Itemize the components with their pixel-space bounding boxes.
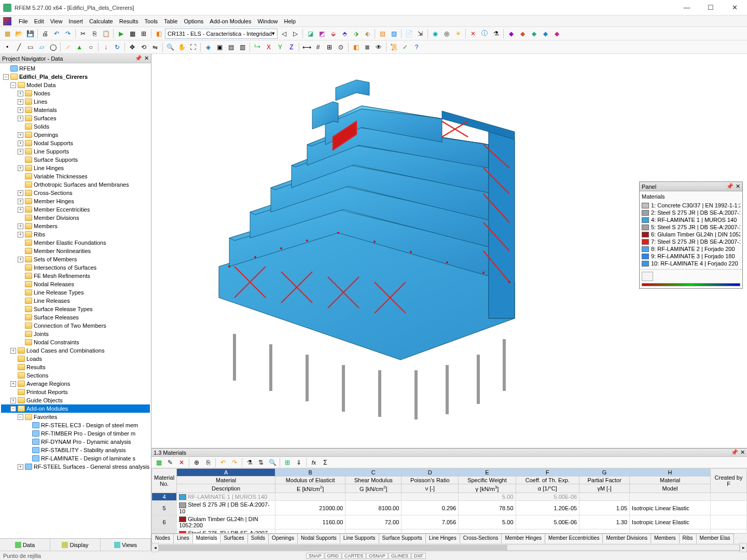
menu-window[interactable]: Window <box>254 17 281 25</box>
bpt-new-icon[interactable]: ▦ <box>154 457 164 468</box>
tree-member-elastic-foundations[interactable]: Member Elastic Foundations <box>1 239 150 247</box>
material-legend-item[interactable]: 7: Steel S 275 JR | DB SE-A:2007-10 <box>642 238 740 245</box>
status-grid[interactable]: GRID <box>325 553 342 559</box>
tb-paste-icon[interactable]: 📋 <box>101 29 111 39</box>
tree-rf-stability-stability-analysi[interactable]: RF-STABILITY - Stability analysis <box>1 446 150 454</box>
tree-rfem[interactable]: RFEM <box>1 64 150 73</box>
tb-redo-icon[interactable]: ↷ <box>63 29 73 39</box>
materials-table[interactable]: MaterialNo.ABCDEFGHCreated by FMaterialM… <box>151 468 747 533</box>
tree-orthotropic-surfaces-and-membr[interactable]: Orthotropic Surfaces and Membranes <box>1 180 150 189</box>
app-menu-icon[interactable] <box>3 17 11 25</box>
tb2-mirror-icon[interactable]: ⇋ <box>150 42 160 52</box>
tb-info-icon[interactable]: ⓘ <box>479 29 490 39</box>
tb2-node-icon[interactable]: • <box>2 42 12 52</box>
table-tab-member-elas[interactable]: Member Elas <box>696 534 734 543</box>
bpt-find-icon[interactable]: 🔍 <box>267 457 278 468</box>
tree-member-hinges[interactable]: +Member Hinges <box>1 197 150 205</box>
tree-cross-sections[interactable]: +Cross-Sections <box>1 189 150 197</box>
table-tab-openings[interactable]: Openings <box>268 534 298 543</box>
close-button[interactable]: ✕ <box>727 4 742 11</box>
tb-light-icon[interactable]: ☀ <box>453 29 463 39</box>
tb2-move-icon[interactable]: ✥ <box>127 42 137 52</box>
status-cartes[interactable]: CARTES <box>342 553 366 559</box>
table-tab-line-hinges[interactable]: Line Hinges <box>425 534 460 543</box>
table-tab-surface-supports[interactable]: Surface Supports <box>379 534 426 543</box>
tb2-iso-icon[interactable]: ◈ <box>203 42 213 52</box>
tree-loads[interactable]: Loads <box>1 355 150 363</box>
tb2-color-icon[interactable]: ◧ <box>351 42 361 52</box>
tb-measure-icon[interactable]: ✕ <box>468 29 478 39</box>
table-tab-nodes[interactable]: Nodes <box>151 534 174 543</box>
menu-file[interactable]: File <box>16 17 31 25</box>
tb-cut-icon[interactable]: ✂ <box>78 29 88 39</box>
tree-member-divisions[interactable]: Member Divisions <box>1 214 150 222</box>
bpt-fx-icon[interactable]: fx <box>309 457 319 468</box>
tree-solids[interactable]: Solids <box>1 122 150 131</box>
status-glines[interactable]: GLINES <box>389 553 411 559</box>
tb2-help-icon[interactable]: ? <box>411 42 422 52</box>
tb-results-2-icon[interactable]: ◩ <box>316 29 327 39</box>
tb-wire-icon[interactable]: ◎ <box>441 29 452 39</box>
tree-model-data[interactable]: −Model Data <box>1 81 150 89</box>
tb-grid-icon[interactable]: ⊞ <box>139 29 149 39</box>
tree-surfaces[interactable]: +Surfaces <box>1 114 150 122</box>
table-tab-cross-sections[interactable]: Cross-Sections <box>460 534 502 543</box>
maximize-button[interactable]: ☐ <box>703 4 718 11</box>
nav-tab-data[interactable]: Data <box>0 539 50 551</box>
nav-tab-display[interactable]: Display <box>50 539 101 551</box>
tree-surface-release-types[interactable]: Surface Release Types <box>1 305 150 313</box>
tb-open-icon[interactable]: 📂 <box>13 29 24 39</box>
tb2-rect-icon[interactable]: ▭ <box>25 42 35 52</box>
tree-surface-releases[interactable]: Surface Releases <box>1 313 150 321</box>
table-tab-materials[interactable]: Materials <box>192 534 221 543</box>
tb-table-icon[interactable]: ▦ <box>127 29 137 39</box>
material-legend-item[interactable]: 8: RF-LAMINATE 2 | Forjado 200 <box>642 245 740 253</box>
tree-connection-of-two-members[interactable]: Connection of Two Members <box>1 321 150 330</box>
tb-filter-icon[interactable]: ⚗ <box>491 29 501 39</box>
table-pin-icon[interactable]: 📌 <box>731 449 738 456</box>
tb-section-icon[interactable]: ▤ <box>377 29 388 39</box>
bpt-sort-icon[interactable]: ⇅ <box>256 457 266 468</box>
table-tab-member-eccentricities[interactable]: Member Eccentricities <box>545 534 603 543</box>
tb2-show-icon[interactable]: 👁 <box>374 42 384 52</box>
tb2-grid-icon[interactable]: ⊞ <box>324 42 335 52</box>
tree-edifici-pla-dels-cirerers[interactable]: −Edifici_Pla_dels_Cirerers <box>1 73 150 81</box>
tb2-snap-icon[interactable]: ⊙ <box>336 42 346 52</box>
tb-save-icon[interactable]: 💾 <box>25 29 35 39</box>
menu-calculate[interactable]: Calculate <box>86 17 116 25</box>
menu-table[interactable]: Table <box>161 17 181 25</box>
tree-nodes[interactable]: +Nodes <box>1 89 150 97</box>
tb2-rotate-icon[interactable]: ⟲ <box>139 42 149 52</box>
hscroll-thumb[interactable] <box>159 545 507 550</box>
menu-results[interactable]: Results <box>116 17 142 25</box>
hscroll-left-icon[interactable]: ◂ <box>151 543 159 552</box>
tb2-xyz-icon[interactable]: ⮡ <box>252 42 262 52</box>
tb-results-6-icon[interactable]: ⬖ <box>362 29 372 39</box>
menu-options[interactable]: Options <box>181 17 206 25</box>
table-tab-member-hinges[interactable]: Member Hinges <box>501 534 545 543</box>
tree-line-supports[interactable]: +Line Supports <box>1 147 150 156</box>
panel-color-scale[interactable] <box>642 283 740 286</box>
table-tab-members[interactable]: Members <box>651 534 680 543</box>
tb-addon-5-icon[interactable]: ◆ <box>551 29 562 39</box>
tree-rf-steel-surfaces-general-stre[interactable]: +RF-STEEL Surfaces - General stress anal… <box>1 463 150 471</box>
menu-add-on-modules[interactable]: Add-on Modules <box>206 17 254 25</box>
tree-intersections-of-surfaces[interactable]: Intersections of Surfaces <box>1 263 150 272</box>
tb-print-icon[interactable]: 🖨 <box>40 29 50 39</box>
tree-surface-supports[interactable]: Surface Supports <box>1 156 150 164</box>
tb2-support-icon[interactable]: ▲ <box>74 42 85 52</box>
tree-member-nonlinearities[interactable]: Member Nonlinearities <box>1 247 150 255</box>
tree-favorites[interactable]: −Favorites <box>1 413 150 421</box>
tb-results-5-icon[interactable]: ⬗ <box>351 29 361 39</box>
tb2-dim-icon[interactable]: ⟷ <box>301 42 312 52</box>
bpt-copy-icon[interactable]: ⎘ <box>203 457 213 468</box>
tree-guide-objects[interactable]: +Guide Objects <box>1 396 150 404</box>
tb2-axis-z-icon[interactable]: Z <box>286 42 297 52</box>
nav-tab-views[interactable]: Views <box>101 539 151 551</box>
table-tab-ribs[interactable]: Ribs <box>679 534 697 543</box>
tree-results[interactable]: Results <box>1 363 150 371</box>
table-tab-member-divisions[interactable]: Member Divisions <box>602 534 651 543</box>
material-legend-item[interactable]: 10: RF-LAMINATE 4 | Forjado 220 <box>642 260 740 267</box>
material-legend-item[interactable]: 6: Glulam Timber GL24h | DIN 1052:20 <box>642 231 740 238</box>
tb2-zoom-icon[interactable]: 🔍 <box>165 42 175 52</box>
